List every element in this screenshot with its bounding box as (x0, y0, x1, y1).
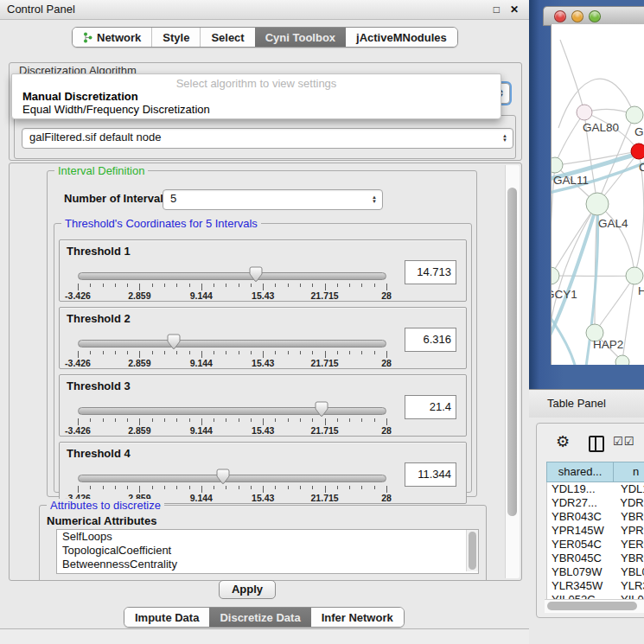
network-edge (597, 204, 634, 276)
slider-track[interactable] (78, 475, 386, 482)
column-header-name[interactable]: n (614, 462, 644, 482)
tab-infer-network[interactable]: Infer Network (311, 608, 404, 627)
slider-tick (300, 284, 301, 287)
table-row[interactable]: YDL19...YDL1 (547, 482, 644, 496)
slider-tick (361, 418, 362, 422)
threshold-slider[interactable]: -3.4262.8599.14415.4321.71528 (78, 401, 386, 434)
algorithm-option-equal-width[interactable]: Equal Width/Frequency Discretization (22, 103, 210, 116)
table-row[interactable]: YBL079WYBL0 (547, 565, 644, 579)
network-node-gal80[interactable] (577, 105, 592, 120)
table-panel-box: ⚙ ☑☑ shared... n YDL19...YDL1YDR27...YDR… (536, 423, 644, 618)
slider-tick (312, 486, 313, 489)
algorithm-dropdown-popup: Select algorithm to view settings Manual… (11, 73, 501, 119)
slider-thumb[interactable] (249, 266, 263, 283)
slider-track[interactable] (78, 340, 386, 348)
threshold-slider[interactable]: -3.4262.8599.14415.4321.71528 (78, 469, 386, 501)
table-data-select[interactable]: galFiltered.sif default node ▲▼ (22, 128, 513, 149)
network-node-gal4[interactable] (586, 193, 609, 215)
number-of-intervals-select[interactable]: 5 ▲▼ (163, 189, 383, 210)
gear-icon[interactable]: ⚙ (556, 433, 570, 450)
tab-network[interactable]: Network (73, 28, 151, 47)
slider-tick (263, 486, 264, 493)
slider-tick (386, 418, 387, 425)
cell-name: YER0 (618, 538, 644, 552)
slider-tick-label: 28 (381, 425, 392, 436)
slider-tick (337, 486, 338, 489)
settings-scrollbar-thumb[interactable] (507, 188, 517, 516)
slider-thumb[interactable] (216, 469, 230, 485)
attribute-item-selfloops[interactable]: SelfLoops (57, 530, 478, 544)
minimize-traffic-light[interactable] (571, 10, 583, 22)
slider-thumb[interactable] (315, 401, 328, 418)
network-node-gcy1[interactable] (552, 267, 559, 284)
bottom-divider (0, 628, 529, 644)
network-node-gal11[interactable] (552, 157, 563, 173)
attributes-scrollbar-thumb[interactable] (469, 532, 476, 570)
table-rows: YDL19...YDL1YDR27...YDR2YBR043CYBR0YPR14… (546, 482, 644, 607)
threshold-slider[interactable]: -3.4262.8599.14415.4321.71528 (78, 334, 386, 367)
table-horizontal-scrollbar-thumb[interactable] (547, 602, 637, 610)
threshold-slider[interactable]: -3.4262.8599.14415.4321.71528 (78, 266, 386, 299)
bottom-tab-strip: Impute DataDiscretize DataInfer Network (124, 607, 405, 628)
table-row[interactable]: YPR145WYPR1 (547, 524, 644, 538)
attributes-scrollbar[interactable] (466, 530, 478, 571)
network-node-node-bottom[interactable] (615, 355, 629, 365)
tab-select[interactable]: Select (200, 28, 254, 47)
slider-tick (251, 418, 252, 422)
show-columns-icon[interactable]: ☑☑ (613, 435, 634, 448)
threshold-value-field[interactable]: 11.344 (405, 462, 456, 487)
slider-tick (288, 418, 289, 422)
slider-tick (263, 284, 264, 290)
tab-style[interactable]: Style (151, 28, 200, 47)
close-traffic-light[interactable] (554, 10, 566, 22)
algorithm-option-manual[interactable]: Manual Discretization (22, 90, 138, 103)
threshold-value-field[interactable]: 6.316 (405, 328, 456, 352)
tab-cyni-toolbox[interactable]: Cyni Toolbox (255, 28, 346, 47)
threshold-value-field[interactable]: 14.713 (405, 260, 456, 284)
thresholds-group: Threshold's Coordinates for 5 Intervals … (54, 223, 472, 493)
table-row[interactable]: YDR27...YDR2 (547, 496, 644, 510)
highlighted-edge (552, 309, 576, 365)
slider-tick (152, 284, 153, 287)
slider-tick-label: 15.43 (252, 493, 274, 503)
attribute-item-topologicalcoefficient[interactable]: TopologicalCoefficient (57, 544, 478, 558)
threshold-label: Threshold 1 (67, 245, 131, 258)
table-row[interactable]: YBR043CYBR0 (547, 510, 644, 524)
column-layout-icon[interactable] (589, 436, 604, 452)
settings-scrollbar[interactable] (505, 165, 520, 578)
slider-track[interactable] (78, 272, 386, 280)
attribute-item-betweennesscentrality[interactable]: BetweennessCentrality (57, 558, 478, 571)
tab-jactivemnodules[interactable]: jActiveMNodules (346, 28, 457, 47)
slider-tick (374, 418, 375, 422)
float-icon[interactable]: □ (494, 0, 500, 19)
slider-thumb[interactable] (167, 334, 181, 350)
network-node-node-h[interactable] (626, 267, 643, 284)
slider-tick (152, 486, 153, 489)
apply-button[interactable]: Apply (219, 580, 276, 599)
slider-tick (214, 418, 214, 422)
tab-impute-data[interactable]: Impute Data (124, 608, 209, 627)
desktop-background: GAL80GCGAL11GAL4GCY1HHAP2 (529, 0, 644, 390)
close-icon[interactable]: ✕ (510, 0, 519, 19)
network-window-titlebar[interactable] (543, 6, 644, 26)
network-node-node-g[interactable] (626, 106, 643, 124)
slider-tick (189, 486, 190, 489)
slider-tick (226, 486, 226, 489)
network-node-node-red[interactable] (631, 143, 644, 159)
zoom-traffic-light[interactable] (589, 10, 601, 22)
table-row[interactable]: YLR345WYLR3 (547, 579, 644, 593)
slider-tick-label: 21.715 (311, 425, 339, 436)
slider-tick (275, 418, 276, 422)
slider-tick (386, 351, 387, 358)
numerical-attributes-list[interactable]: SelfLoopsTopologicalCoefficientBetweenne… (56, 529, 479, 574)
table-row[interactable]: YER054CYER0 (547, 538, 644, 552)
slider-track[interactable] (78, 407, 386, 415)
tab-discretize-data[interactable]: Discretize Data (209, 608, 310, 627)
network-canvas[interactable]: GAL80GCGAL11GAL4GCY1HHAP2 (551, 24, 644, 365)
table-row[interactable]: YBR045CYBR0 (547, 552, 644, 565)
column-header-shared-name[interactable]: shared... (546, 462, 614, 482)
slider-tick (374, 486, 375, 489)
threshold-value-field[interactable]: 21.4 (405, 395, 456, 419)
table-horizontal-scrollbar[interactable] (545, 599, 644, 613)
slider-tick-label: 28 (381, 358, 392, 368)
